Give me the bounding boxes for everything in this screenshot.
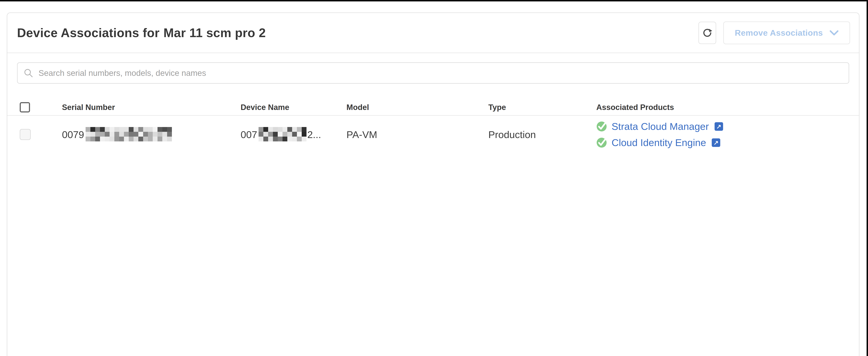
- products-stack: Strata Cloud Manager ↗ Cloud Identity En…: [596, 121, 859, 148]
- search-section: [7, 53, 859, 84]
- table-header-row: Serial Number Device Name Model Type Ass…: [7, 99, 859, 116]
- device-name-cell: 007 2...: [241, 127, 346, 142]
- associated-products-cell: Strata Cloud Manager ↗ Cloud Identity En…: [596, 121, 859, 148]
- screen-top-edge: [0, 0, 868, 1]
- table-row: 0079 007 2... PA-VM Production Strata: [7, 116, 859, 153]
- page-title-prefix: Device Associations for: [17, 26, 160, 40]
- header-checkbox-cell: [20, 102, 62, 113]
- row-checkbox-cell: [20, 129, 62, 140]
- device-table: Serial Number Device Name Model Type Ass…: [7, 99, 859, 356]
- col-header-type: Type: [488, 103, 596, 112]
- col-header-device-name: Device Name: [241, 103, 346, 112]
- row-checkbox[interactable]: [20, 129, 31, 140]
- page-title: Device Associations for Mar 11 scm pro 2: [17, 26, 266, 40]
- serial-number-cell: 0079: [62, 127, 241, 142]
- green-check-icon: [596, 121, 607, 132]
- device-name-prefix: 007: [241, 129, 257, 140]
- device-associations-panel: Device Associations for Mar 11 scm pro 2…: [7, 12, 860, 356]
- device-name-suffix: 2...: [307, 129, 321, 140]
- product-item: Cloud Identity Engine ↗: [596, 137, 859, 148]
- select-all-checkbox[interactable]: [20, 102, 30, 113]
- refresh-button[interactable]: [699, 22, 716, 44]
- redacted-device-name-pixels: [258, 127, 307, 141]
- refresh-icon: [702, 28, 712, 38]
- product-item: Strata Cloud Manager ↗: [596, 121, 859, 132]
- chevron-down-icon: [830, 30, 839, 35]
- green-check-icon: [596, 137, 607, 148]
- col-header-model: Model: [346, 103, 488, 112]
- search-input[interactable]: [38, 68, 843, 78]
- header-actions: Remove Associations: [699, 22, 850, 44]
- external-link-icon[interactable]: ↗: [712, 138, 720, 147]
- model-cell: PA-VM: [346, 129, 488, 140]
- external-link-icon[interactable]: ↗: [715, 122, 723, 131]
- col-header-associated-products: Associated Products: [596, 103, 859, 112]
- product-link-cloud-identity-engine[interactable]: Cloud Identity Engine: [612, 137, 706, 148]
- screen-right-edge: [867, 0, 868, 356]
- remove-associations-label: Remove Associations: [735, 28, 823, 38]
- serial-number-prefix: 0079: [62, 129, 84, 140]
- search-icon: [24, 68, 33, 78]
- search-box[interactable]: [17, 62, 849, 84]
- remove-associations-button[interactable]: Remove Associations: [723, 22, 850, 44]
- type-cell: Production: [488, 129, 596, 140]
- page-title-target-name: Mar 11 scm pro 2: [163, 26, 266, 40]
- col-header-serial-number: Serial Number: [62, 103, 241, 112]
- product-link-strata-cloud-manager[interactable]: Strata Cloud Manager: [612, 121, 709, 132]
- redacted-serial-pixels: [86, 127, 172, 141]
- panel-header: Device Associations for Mar 11 scm pro 2…: [7, 13, 859, 53]
